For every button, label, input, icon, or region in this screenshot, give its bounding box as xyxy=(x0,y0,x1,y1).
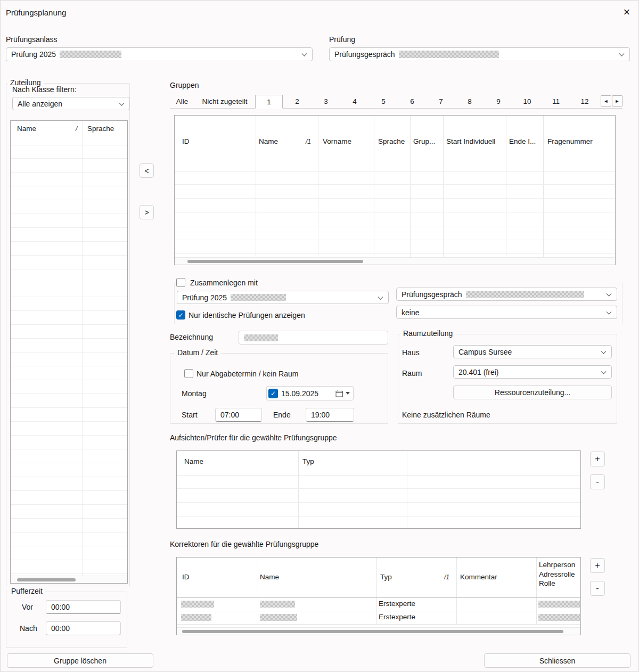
zusammenlegen-checkbox[interactable] xyxy=(176,278,185,287)
col-id[interactable]: ID xyxy=(182,137,190,145)
zusammenlegen-gespraech-value: Prüfungsgespräch xyxy=(402,290,462,299)
zusammenlegen-gespraech-dropdown[interactable]: Prüfungsgespräch xyxy=(396,288,617,301)
col-ende-individuell[interactable]: Ende I... xyxy=(509,137,536,145)
tab-1[interactable]: 1 xyxy=(255,95,283,109)
col-start-individuell[interactable]: Start Individuell xyxy=(446,137,495,145)
start-time-input[interactable] xyxy=(215,408,262,422)
raum-dropdown[interactable]: 20.401 (frei) xyxy=(453,365,612,379)
empty-rows xyxy=(177,475,580,528)
col-name[interactable]: Name xyxy=(259,137,278,145)
col-vorname[interactable]: Vorname xyxy=(323,137,351,145)
korrektoren-col-lehrperson[interactable]: Lehrperson Adressrolle Rolle xyxy=(539,560,575,588)
tab-7[interactable]: 7 xyxy=(427,95,455,108)
korrektoren-add-button[interactable]: + xyxy=(590,558,605,573)
tab-11[interactable]: 11 xyxy=(542,95,570,108)
tab-9[interactable]: 9 xyxy=(484,95,513,108)
row-divider xyxy=(177,624,580,625)
keine-value: keine xyxy=(402,308,419,317)
gruppen-tabstrip: Alle Nicht zugeteilt 1 2 3 4 5 6 7 8 9 1… xyxy=(170,95,622,109)
tab-8[interactable]: 8 xyxy=(455,95,484,108)
aufsichten-col-typ[interactable]: Typ xyxy=(302,457,314,465)
redacted-text xyxy=(260,614,297,621)
korrektoren-hscrollbar[interactable] xyxy=(177,627,580,635)
col-name-sort-icon: /1 xyxy=(306,138,311,145)
klasse-filter-label: Nach Klasse filtern: xyxy=(12,85,77,94)
gruppe-loeschen-button[interactable]: Gruppe löschen xyxy=(7,653,153,668)
keine-dropdown[interactable]: keine xyxy=(396,306,617,319)
nach-label: Nach xyxy=(20,624,37,633)
klassen-col-sprache[interactable]: Sprache xyxy=(87,125,114,133)
tab-10[interactable]: 10 xyxy=(513,95,542,108)
korrektoren-col-name[interactable]: Name xyxy=(260,573,279,581)
pruefung-label: Prüfung xyxy=(329,35,355,44)
chevron-down-icon xyxy=(302,51,307,56)
schliessen-button[interactable]: Schliessen xyxy=(484,653,630,668)
tab-3[interactable]: 3 xyxy=(312,95,340,108)
zusammenlegen-pruefung-dropdown[interactable]: Prüfung 2025 xyxy=(177,291,389,304)
col-gruppe[interactable]: Grup... xyxy=(413,137,435,145)
korrektoren-col-id[interactable]: ID xyxy=(182,573,190,581)
tab-scroll-left-button[interactable]: ◄ xyxy=(601,95,611,106)
move-left-button[interactable]: < xyxy=(140,163,154,178)
pruefung-value: Prüfungsgespräch xyxy=(334,50,395,59)
sort-ascending-icon: / xyxy=(76,125,77,133)
col-fragenummer[interactable]: Fragenummer xyxy=(547,137,593,145)
bezeichnung-field[interactable] xyxy=(239,331,388,345)
gruppen-table-hscrollbar[interactable] xyxy=(175,257,615,265)
pruefungsanlass-label: Prüfungsanlass xyxy=(6,35,58,44)
identische-pruefungen-checkbox[interactable]: ✓ xyxy=(176,310,185,319)
aufsichten-add-button[interactable]: + xyxy=(590,452,605,466)
column-divider xyxy=(456,558,457,624)
keine-raeume-text: Keine zusätzlichen Räume xyxy=(402,411,490,419)
redacted-text xyxy=(244,334,278,341)
korrektoren-row-typ: Erstexperte xyxy=(379,613,415,621)
close-button[interactable]: × xyxy=(617,3,636,21)
haus-value: Campus Sursee xyxy=(458,348,512,356)
klasse-filter-dropdown[interactable]: Alle anzeigen xyxy=(12,97,130,110)
pruefungsanlass-dropdown[interactable]: Prüfung 2025 xyxy=(6,47,313,61)
check-icon: ✓ xyxy=(271,390,276,397)
aufsichten-col-name[interactable]: Name xyxy=(184,457,203,465)
klassen-col-name[interactable]: Name xyxy=(17,125,36,133)
vor-input[interactable] xyxy=(46,600,121,614)
abgabetermin-checkbox[interactable] xyxy=(184,369,193,378)
klassen-table-hscrollbar[interactable] xyxy=(11,576,127,583)
col-sprache[interactable]: Sprache xyxy=(378,137,405,145)
aufsichten-table: Name Typ xyxy=(176,450,581,529)
korrektoren-typ-sort-icon: /1 xyxy=(444,573,449,581)
haus-dropdown[interactable]: Campus Sursee xyxy=(453,345,612,358)
tab-scroll-right-button[interactable]: ► xyxy=(612,95,622,106)
aufsichten-label: Aufsichten/Prüfer für die gewählte Prüfu… xyxy=(170,433,337,442)
pruefung-dropdown[interactable]: Prüfungsgespräch xyxy=(329,47,630,61)
ressourcenzuteilung-button[interactable]: Ressourcenzuteilung... xyxy=(453,386,612,399)
datum-field[interactable]: ✓ 15.09.2025 xyxy=(266,386,354,400)
redacted-text xyxy=(260,601,295,608)
korrektoren-col-typ[interactable]: Typ xyxy=(380,573,392,581)
datum-checkbox[interactable]: ✓ xyxy=(268,389,278,398)
redacted-text xyxy=(466,291,584,298)
chevron-down-icon xyxy=(378,294,383,299)
row-divider xyxy=(177,611,580,611)
korrektoren-col-kommentar[interactable]: Kommentar xyxy=(460,573,497,581)
scrollbar-thumb[interactable] xyxy=(17,578,76,581)
zusammenlegen-pruefung-value: Prüfung 2025 xyxy=(182,293,227,302)
ende-time-input[interactable] xyxy=(306,408,354,422)
nach-input[interactable] xyxy=(46,621,121,635)
tab-alle[interactable]: Alle xyxy=(170,95,194,108)
aufsichten-remove-button[interactable]: - xyxy=(590,474,605,489)
move-right-button[interactable]: > xyxy=(140,205,154,219)
vor-label: Vor xyxy=(22,603,33,611)
korrektoren-remove-button[interactable]: - xyxy=(590,581,605,596)
klassen-table: Name / Sprache xyxy=(10,120,128,584)
tab-nicht-zugeteilt[interactable]: Nicht zugeteilt xyxy=(194,95,255,108)
tab-2[interactable]: 2 xyxy=(283,95,312,108)
window-title: Prüfungsplanung xyxy=(6,8,66,17)
scrollbar-thumb[interactable] xyxy=(187,260,363,263)
tab-12[interactable]: 12 xyxy=(570,95,599,108)
chevron-down-icon xyxy=(607,309,612,314)
tab-5[interactable]: 5 xyxy=(369,95,398,108)
scrollbar-thumb[interactable] xyxy=(182,630,563,633)
tab-6[interactable]: 6 xyxy=(398,95,427,108)
tab-4[interactable]: 4 xyxy=(340,95,369,108)
bezeichnung-label: Bezeichnung xyxy=(170,333,213,341)
